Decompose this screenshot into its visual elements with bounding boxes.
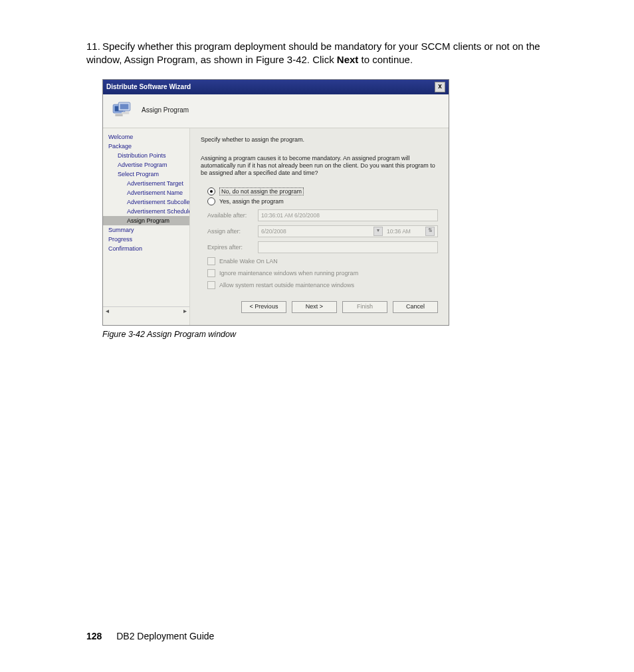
available-after-label: Available after: bbox=[207, 212, 258, 219]
doc-title: DB2 Deployment Guide bbox=[116, 631, 214, 641]
assign-after-date-field: 6/20/2008 ▾ 10:36 AM ⇅ bbox=[258, 225, 438, 237]
checkbox-wake-on-lan: Enable Wake On LAN bbox=[207, 257, 438, 265]
wizard-sidebar: Welcome Package Distribution Points Adve… bbox=[103, 128, 190, 326]
svg-rect-5 bbox=[122, 112, 129, 114]
checkbox-icon bbox=[207, 257, 215, 265]
sidebar-item-select-program[interactable]: Select Program bbox=[103, 169, 189, 179]
wizard-header: Assign Program bbox=[103, 94, 449, 128]
radio-no-assign[interactable]: No, do not assign the program bbox=[207, 187, 438, 195]
wizard-window: Distribute Software Wizard x Assign Prog… bbox=[102, 79, 449, 326]
expires-after-label: Expires after: bbox=[207, 244, 258, 251]
sidebar-item-package[interactable]: Package bbox=[103, 142, 189, 151]
sidebar-item-adv-subcollection[interactable]: Advertisement Subcollec bbox=[103, 197, 189, 207]
sidebar-item-adv-schedule[interactable]: Advertisement Schedule bbox=[103, 207, 189, 216]
scroll-left-icon[interactable]: ◂ bbox=[106, 307, 109, 314]
header-title: Assign Program bbox=[142, 106, 189, 114]
checkbox-allow-restart: Allow system restart outside maintenance… bbox=[207, 281, 438, 289]
svg-rect-3 bbox=[120, 104, 129, 109]
scroll-right-icon[interactable]: ▸ bbox=[183, 307, 187, 314]
radio-yes-label: Yes, assign the program bbox=[219, 198, 284, 205]
available-after-value: 10:36:01 AM 6/20/2008 bbox=[258, 209, 438, 221]
close-icon[interactable]: x bbox=[435, 82, 445, 92]
cancel-button[interactable]: Cancel bbox=[393, 301, 438, 313]
spinner-icon: ⇅ bbox=[425, 227, 435, 236]
sidebar-item-advertise-program[interactable]: Advertise Program bbox=[103, 160, 189, 169]
sidebar-item-adv-name[interactable]: Advertisement Name bbox=[103, 188, 189, 197]
computer-icon bbox=[111, 101, 132, 120]
page-number: 128 bbox=[86, 631, 102, 641]
next-button[interactable]: Next > bbox=[292, 301, 337, 313]
previous-button[interactable]: < Previous bbox=[241, 301, 286, 313]
svg-rect-4 bbox=[115, 114, 122, 116]
wizard-main: Specify whether to assign the program. A… bbox=[190, 128, 449, 326]
instruction-text: 11.Specify whether this program deployme… bbox=[86, 40, 561, 67]
sidebar-item-assign-program[interactable]: Assign Program bbox=[103, 216, 189, 225]
figure-caption: Figure 3-42 Assign Program window bbox=[102, 330, 561, 339]
radio-no-label: No, do not assign the program bbox=[219, 187, 304, 195]
list-number: 11. bbox=[86, 40, 102, 53]
checkbox-ignore-maintenance: Ignore maintenance windows when running … bbox=[207, 269, 438, 277]
sidebar-item-distribution-points[interactable]: Distribution Points bbox=[103, 151, 189, 160]
radio-selected-icon[interactable] bbox=[207, 187, 215, 195]
finish-button: Finish bbox=[342, 301, 387, 313]
radio-unselected-icon[interactable] bbox=[207, 197, 215, 205]
radio-yes-assign[interactable]: Yes, assign the program bbox=[207, 197, 438, 205]
sidebar-item-summary[interactable]: Summary bbox=[103, 225, 189, 235]
page-footer: 128 DB2 Deployment Guide bbox=[86, 631, 214, 641]
sidebar-item-progress[interactable]: Progress bbox=[103, 235, 189, 244]
sidebar-item-adv-target[interactable]: Advertisement Target bbox=[103, 179, 189, 188]
sidebar-scrollbar[interactable]: ◂ ▸ bbox=[103, 306, 189, 314]
prompt-text: Specify whether to assign the program. bbox=[201, 136, 438, 143]
expires-after-field bbox=[258, 241, 438, 253]
description-text: Assigning a program causes it to become … bbox=[201, 155, 438, 177]
titlebar: Distribute Software Wizard x bbox=[103, 80, 449, 94]
assign-after-label: Assign after: bbox=[207, 228, 258, 235]
expires-after-row: Expires after: bbox=[207, 241, 438, 253]
assign-after-row: Assign after: 6/20/2008 ▾ 10:36 AM ⇅ bbox=[207, 225, 438, 237]
button-row: < Previous Next > Finish Cancel bbox=[201, 289, 438, 320]
dropdown-icon: ▾ bbox=[373, 227, 383, 236]
checkbox-icon bbox=[207, 269, 215, 277]
available-after-row: Available after: 10:36:01 AM 6/20/2008 bbox=[207, 209, 438, 221]
checkbox-icon bbox=[207, 281, 215, 289]
sidebar-item-welcome[interactable]: Welcome bbox=[103, 132, 189, 142]
sidebar-item-confirmation[interactable]: Confirmation bbox=[103, 244, 189, 253]
window-title: Distribute Software Wizard bbox=[106, 83, 191, 90]
